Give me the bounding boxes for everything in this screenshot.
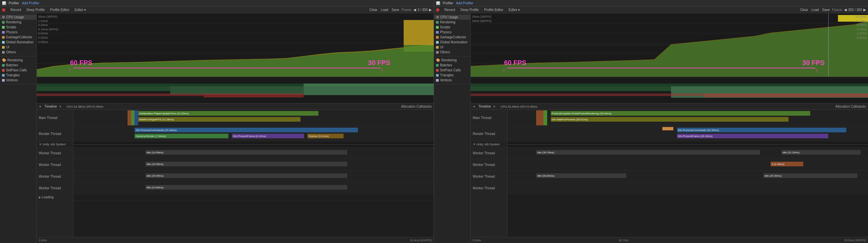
right-profile-editor-btn[interactable]: Profile Editor [483,8,504,12]
left-triangles-item[interactable]: Triangles [0,73,36,78]
right-worker1-track[interactable]: Idle (30.76ms) Idle (22.20ms) [507,147,868,159]
right-timeline-labels: Main Thread Render Thread ▼ Unity Job Sy… [471,110,507,237]
right-frame-prev[interactable]: ◀ [844,8,847,12]
left-timeline-dropdown[interactable]: ▾ [59,105,61,108]
left-timeline-collapse[interactable]: ▼ [39,105,42,108]
right-frame-next[interactable]: ▶ [863,8,866,12]
right-job-collapse[interactable]: ▼ [473,143,476,146]
left-scripts-item[interactable]: Scripts [0,25,36,30]
left-add-profiler-btn[interactable]: Add Profiler [22,1,39,5]
left-loading-collapse[interactable]: ▶ [39,196,41,199]
left-deep-profile-btn[interactable]: Deep Profile [25,8,46,12]
right-ui-item[interactable]: UI [434,45,470,50]
right-setpass-item[interactable]: SetPass Calls [434,68,470,73]
right-main-bar1: PostLateUpdate.FinishFrameRendering (30.… [551,111,811,116]
right-worker4-track[interactable] [507,182,868,194]
right-toolbar: Record Deep Profile Profile Editor Edito… [434,7,868,13]
left-job-collapse[interactable]: ▼ [39,143,42,146]
right-worker2-track[interactable]: 4 (2.49ms) [507,159,868,171]
left-physics-item[interactable]: Physics [0,30,36,35]
right-job-system-header: ▼ Unity Job System [471,141,507,147]
right-physics-item[interactable]: Physics [434,30,470,35]
left-worker3-track[interactable]: Idle (15.90ms) [73,171,434,182]
right-record-btn[interactable]: Record [443,8,456,12]
left-clear-btn[interactable]: Clear [369,8,379,12]
right-worker3-track[interactable]: Idle (00.80ms) Idle (25.30ms) [507,171,868,182]
right-batches-item[interactable]: Batches [434,63,470,68]
right-rendering-chart[interactable] [471,77,868,103]
left-batches-dot [2,64,5,67]
right-gc-item[interactable]: GarbageCollector [434,35,470,40]
left-timeline-header: ▼ Timeline ▾ CPU:16.38ms GPU:0.00ms Allo… [37,104,434,110]
left-frame-prev[interactable]: ◀ [413,8,416,12]
left-physics-dot [2,31,5,34]
left-ui-item[interactable]: UI [0,45,36,50]
right-vertices-item[interactable]: Vertices [434,78,470,83]
right-panel-header: 📊 Profiler Add Profiler [434,0,868,7]
left-sidebar: ⚙ CPU Usage Rendering Scripts Physics [0,13,37,243]
right-render-header[interactable]: 🎨 Rendering [434,58,470,63]
left-worker2-track[interactable]: Idle (15.60ms) [73,159,434,171]
left-frame-next[interactable]: ▶ [429,8,432,12]
left-render-header[interactable]: 🎨 Rendering [0,58,36,63]
left-gi-item[interactable]: Global Illumination [0,40,36,45]
svg-rect-27 [471,86,671,91]
left-panel-header: 📊 Profiler Add Profiler [0,0,434,7]
left-main-thread-label: Main Thread [37,110,73,126]
right-save-btn[interactable]: Save [821,8,831,12]
right-main-track[interactable]: PostLateUpdate.FinishFrameRendering (30.… [507,110,868,126]
right-add-profiler-btn[interactable]: Add Profiler [456,1,473,5]
left-gc-item[interactable]: GarbageCollector [0,35,36,40]
left-job-system-header: ▼ Unity Job System [37,141,73,147]
left-profile-editor-btn[interactable]: Profile Editor [49,8,70,12]
left-worker1-track[interactable]: Idle (14.69ms) [73,147,434,159]
left-vertices-item[interactable]: Vertices [0,78,36,83]
left-editor-btn[interactable]: Editor ▾ [74,8,87,12]
left-chart-label-5: 0.02ms [38,36,58,40]
right-deep-profile-btn[interactable]: Deep Profile [459,8,480,12]
right-timeline-dropdown[interactable]: ▾ [493,105,495,108]
left-cpu-header[interactable]: ⚙ CPU Usage [0,15,36,20]
svg-rect-29 [471,93,705,96]
left-rendering-section: 🎨 Rendering Batches SetPass Calls Triang… [0,56,36,84]
left-footer-right: 16.4ms (61FPS) [410,239,432,242]
left-rendering-item[interactable]: Rendering [0,20,36,25]
left-triangles-dot [2,74,5,77]
right-clear-btn[interactable]: Clear [799,8,809,12]
right-timeline-body: Main Thread Render Thread ▼ Unity Job Sy… [471,110,868,237]
left-worker4-track[interactable]: Idle (14.60ms) [73,182,434,194]
right-render-track[interactable]: Gfx.ProcessCommands (32.30ms) Gfx.Presen… [507,126,868,141]
left-cpu-chart[interactable]: 33ms (30FPS) 1.01ms 0.20ms 0.14ms (0FPS)… [37,13,434,77]
right-load-btn[interactable]: Load [811,8,820,12]
svg-rect-14 [37,93,204,96]
right-scripts-item[interactable]: Scripts [434,25,470,30]
left-main-track[interactable]: Initialization.PlayerUpdateTime (12.20ms… [73,110,434,126]
left-chart-label-3: 0.14ms (0FPS) [38,27,58,32]
left-load-btn[interactable]: Load [380,8,389,12]
right-triangles-item[interactable]: Triangles [434,73,470,78]
left-worker3-label: Worker Thread [37,171,73,182]
right-timeline-collapse[interactable]: ▼ [473,105,476,108]
left-chart-label-4: 0.02ms [38,31,58,36]
left-save-btn[interactable]: Save [391,8,400,12]
right-allocation-label: Allocation Callstacks [835,105,866,108]
right-timeline: ▼ Timeline ▾ CPU:33.49ms GPU:0.00ms Allo… [471,103,868,243]
left-batches-item[interactable]: Batches [0,63,36,68]
left-chart-label-1: 1.01ms [38,19,58,23]
right-60fps-label: 60 FPS [504,59,526,67]
right-cpu-header[interactable]: ⚙ CPU Usage [434,15,470,20]
left-render-track[interactable]: Gfx.ProcessCommands (15.43ms) Camera.Ren… [73,126,434,141]
right-rendering-item[interactable]: Rendering [434,20,470,25]
left-loading-track [73,194,434,201]
right-editor-btn[interactable]: Editor ▾ [508,8,521,12]
left-rendering-chart[interactable] [37,77,434,103]
right-gi-item[interactable]: Global Illumination [434,40,470,45]
right-cpu-chart[interactable]: 33ms (30FPS) 16ms (60FPS) 30.56ms 0.18ms… [471,13,868,77]
left-60fps-label: 60 FPS [70,59,92,67]
left-others-item[interactable]: Others [0,50,36,55]
left-worker3-bar: Idle (15.90ms) [146,173,347,178]
left-footer-left: 0.0ms [39,239,47,242]
left-setpass-item[interactable]: SetPass Calls [0,68,36,73]
left-record-btn[interactable]: Record [9,8,22,12]
right-others-item[interactable]: Others [434,50,470,55]
